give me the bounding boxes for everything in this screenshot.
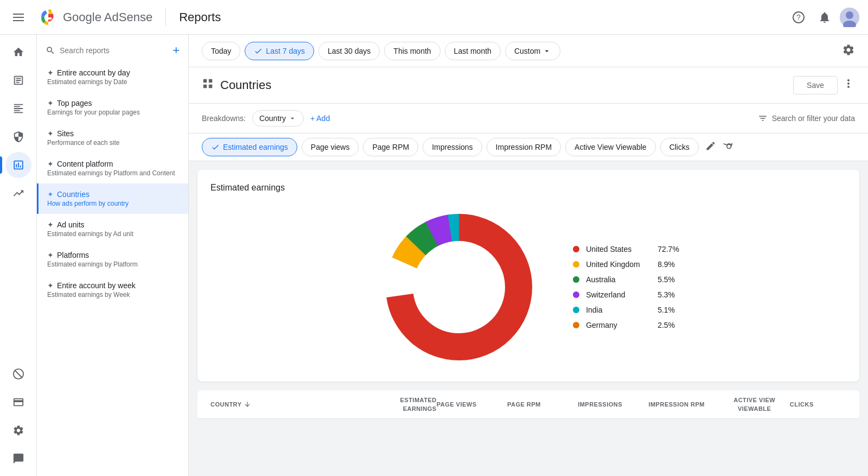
add-report-button[interactable]: + — [173, 43, 180, 58]
sidebar-item-desc-platforms: Estimated earnings by Platform — [47, 261, 180, 268]
sidebar-item-ad-units[interactable]: ✦ Ad units Estimated earnings by Ad unit — [37, 214, 188, 244]
metric-btn-page_rpm[interactable]: Page RPM — [363, 138, 418, 156]
check-icon — [211, 143, 220, 151]
sidebar-item-name-top-pages: ✦ Top pages — [47, 99, 180, 107]
logo: Google AdSense — [37, 7, 152, 28]
legend-country: Germany — [586, 321, 651, 329]
sidebar-item-desc-content-platform: Estimated earnings by Platform and Conte… — [47, 169, 180, 177]
legend-dot — [573, 291, 579, 298]
chevron-down-icon — [542, 47, 551, 55]
custom-button[interactable]: Custom — [505, 42, 560, 60]
sidebar-item-top-pages[interactable]: ✦ Top pages Earnings for your popular pa… — [37, 92, 188, 123]
help-button[interactable]: ? — [788, 7, 809, 28]
metric-btn-active_view_viewable[interactable]: Active View Viewable — [565, 138, 656, 156]
last30-button[interactable]: Last 30 days — [318, 42, 380, 60]
svg-text:?: ? — [796, 13, 801, 22]
breakdowns-bar: Breakdowns: Country + Add Search or filt… — [189, 104, 868, 134]
today-button[interactable]: Today — [202, 42, 240, 60]
nav-settings[interactable] — [5, 417, 31, 443]
edit-metrics-icon[interactable] — [705, 141, 716, 154]
sidebar-item-desc-sites: Performance of each site — [47, 139, 180, 147]
nav-pages[interactable] — [5, 67, 31, 93]
save-button[interactable]: Save — [793, 76, 838, 94]
legend-item-australia: Australia 5.5% — [573, 275, 679, 284]
metric-btn-estimated_earnings[interactable]: Estimated earnings — [202, 138, 297, 156]
legend-pct: 5.1% — [658, 306, 675, 314]
legend-pct: 72.7% — [658, 245, 679, 253]
sparkle-icon-content-platform: ✦ — [47, 160, 54, 168]
dropdown-icon — [288, 114, 297, 123]
legend-pct: 2.5% — [658, 321, 675, 329]
chart-area: Estimated earnings — [197, 170, 859, 382]
col-impressions: Impressions — [578, 397, 648, 412]
filter-search-area[interactable]: Search or filter your data — [758, 113, 855, 123]
nav-feedback[interactable] — [5, 446, 31, 472]
country-breakdown-chip[interactable]: Country — [252, 110, 304, 126]
icon-nav — [0, 35, 37, 476]
report-title: Countries — [220, 78, 271, 92]
col-est-earnings: Estimated earnings — [352, 397, 436, 412]
sparkle-icon-ad-units: ✦ — [47, 220, 54, 229]
country-breakdown-label: Country — [259, 114, 286, 123]
sidebar-item-platforms[interactable]: ✦ Platforms Estimated earnings by Platfo… — [37, 244, 188, 275]
sidebar-item-name-entire-account: ✦ Entire account by day — [47, 68, 180, 77]
nav-optimization[interactable] — [5, 180, 31, 206]
legend-item-india: India 5.1% — [573, 306, 679, 314]
sidebar-item-desc-entire-account-week: Estimated earnings by Week — [47, 291, 180, 299]
svg-line-8 — [15, 371, 22, 378]
metric-btn-impression_rpm[interactable]: Impression RPM — [487, 138, 561, 156]
sidebar-item-entire-account-week[interactable]: ✦ Entire account by week Estimated earni… — [37, 275, 188, 305]
last-month-button[interactable]: Last month — [445, 42, 501, 60]
top-header: Google AdSense Reports ? — [0, 0, 868, 35]
last7-button[interactable]: Last 7 days — [245, 42, 314, 60]
last7-label: Last 7 days — [266, 47, 305, 55]
sidebar: + ✦ Entire account by day Estimated earn… — [37, 35, 189, 476]
sidebar-search-area: + — [37, 35, 188, 62]
sidebar-item-desc-countries: How ads perform by country — [47, 200, 180, 207]
menu-button[interactable] — [9, 7, 28, 28]
sidebar-item-sites[interactable]: ✦ Sites Performance of each site — [37, 123, 188, 153]
chart-toggle-icon[interactable] — [723, 141, 733, 154]
date-settings-button[interactable] — [842, 43, 855, 58]
nav-privacy[interactable] — [5, 124, 31, 150]
avatar[interactable] — [840, 8, 859, 27]
nav-ads[interactable] — [5, 96, 31, 122]
legend-item-united-kingdom: United Kingdom 8.9% — [573, 260, 679, 269]
nav-home[interactable] — [5, 39, 31, 65]
nav-payments[interactable] — [5, 389, 31, 415]
sparkle-icon-platforms: ✦ — [47, 251, 54, 259]
legend-country: Australia — [586, 275, 651, 284]
this-month-button[interactable]: This month — [384, 42, 440, 60]
sidebar-items-list: ✦ Entire account by day Estimated earnin… — [37, 62, 188, 305]
header-divider — [165, 9, 166, 26]
sparkle-icon-entire-account-week: ✦ — [47, 281, 54, 290]
more-options-button[interactable] — [842, 77, 855, 93]
sidebar-item-name-countries: ✦ Countries — [47, 190, 180, 199]
svg-point-5 — [846, 11, 853, 19]
sidebar-item-countries[interactable]: ✦ Countries How ads perform by country — [37, 183, 188, 214]
sidebar-item-name-platforms: ✦ Platforms — [47, 251, 180, 259]
chart-title: Estimated earnings — [210, 183, 846, 193]
metric-btn-impressions[interactable]: Impressions — [423, 138, 482, 156]
col-country[interactable]: COUNTRY — [210, 397, 352, 412]
notifications-button[interactable] — [814, 7, 835, 28]
sort-icon — [244, 401, 251, 408]
search-input[interactable] — [60, 46, 168, 55]
legend-item-germany: Germany 2.5% — [573, 321, 679, 329]
sidebar-item-entire-account[interactable]: ✦ Entire account by day Estimated earnin… — [37, 62, 188, 92]
legend-pct: 5.3% — [658, 290, 675, 299]
sparkle-icon-top-pages: ✦ — [47, 99, 54, 107]
nav-brand-safety[interactable] — [5, 361, 31, 387]
nav-reports[interactable] — [5, 152, 31, 178]
sidebar-item-name-ad-units: ✦ Ad units — [47, 220, 180, 229]
add-breakdown-button[interactable]: + Add — [310, 114, 330, 123]
col-active-view: Active View Viewable — [719, 397, 790, 412]
legend-country: United States — [586, 245, 651, 253]
table-header: COUNTRY Estimated earnings Page views Pa… — [197, 390, 859, 419]
col-clicks: Clicks — [790, 397, 846, 412]
metric-btn-page_views[interactable]: Page views — [302, 138, 359, 156]
metric-btn-clicks[interactable]: Clicks — [660, 138, 699, 156]
sidebar-item-content-platform[interactable]: ✦ Content platform Estimated earnings by… — [37, 153, 188, 183]
legend: United States 72.7% United Kingdom 8.9% … — [573, 245, 679, 329]
sparkle-icon-sites: ✦ — [47, 129, 54, 138]
